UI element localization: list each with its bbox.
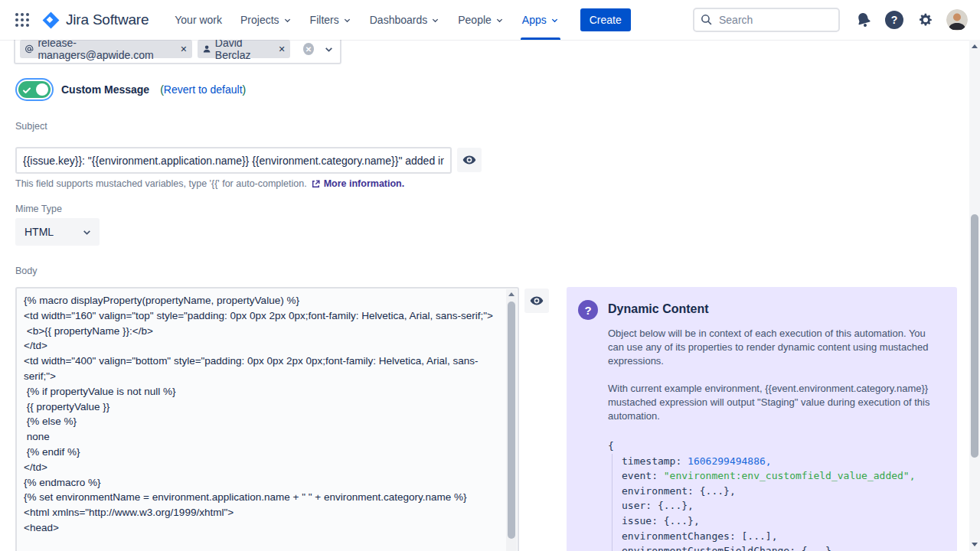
code-key: timestamp: [622,455,688,467]
recipient-tag-user: David Berclaz ✕ [198,40,290,58]
nav-item-filters[interactable]: Filters [301,0,361,40]
context-object-code: { timestamp: 1606299494886, event: "envi… [608,439,942,551]
bell-icon [853,9,874,30]
body-scrollbar-thumb[interactable] [508,302,515,539]
nav-item-dashboards[interactable]: Dashboards [361,0,449,40]
gear-icon [916,11,933,28]
active-tab-indicator [521,37,560,40]
create-button[interactable]: Create [580,8,631,31]
search-icon [700,13,713,29]
help-circle-icon: ? [578,300,598,320]
scroll-up-arrow-icon[interactable] [972,44,978,48]
grid-icon [15,12,30,28]
more-info-label: More information. [324,178,405,189]
custom-message-row: Custom Message (Revert to default) [18,81,246,98]
body-editor-scrollbar[interactable] [506,289,517,551]
subject-preview-button[interactable] [457,148,482,172]
help-button[interactable]: ? [885,11,903,29]
code-key: environmentChanges: [622,530,742,542]
body-editor[interactable]: {% macro displayProperty(propertyName, p… [15,287,519,551]
question-mark-icon: ? [885,11,903,29]
profile-button[interactable] [946,9,968,31]
code-value: {...}, [658,500,694,511]
recipient-tag-label: David Berclaz [215,37,273,61]
dynamic-content-panel: ? Dynamic Content Object below will be i… [567,287,957,551]
page-scrollbar-thumb[interactable] [971,214,978,458]
main-menu: Your work Projects Filters Dashboards Pe… [165,0,567,40]
nav-item-apps[interactable]: Apps [513,0,568,40]
remove-tag-button[interactable]: ✕ [278,45,285,54]
form-content: release-managers@apwide.com ✕ David Berc… [0,40,969,551]
at-icon [24,44,34,54]
toggle-knob [36,83,48,96]
code-line-timestamp: timestamp: 1606299494886, [622,454,942,469]
subject-input[interactable] [15,147,452,174]
jira-logo[interactable]: Jira Software [41,11,149,30]
panel-header: ? Dynamic Content [578,300,942,320]
eye-icon [462,152,477,168]
chevron-down-icon [431,16,439,24]
page-scrollbar[interactable] [969,40,980,551]
revert-to-default: (Revert to default) [160,83,246,96]
chevron-down-icon [82,227,92,237]
body-editor-content[interactable]: {% macro displayProperty(propertyName, p… [17,289,505,551]
mime-type-label: Mime Type [15,204,62,214]
person-icon [202,44,211,54]
top-navigation: Jira Software Your work Projects Filters… [0,0,980,40]
panel-paragraph-1: Object below will be in context of each … [608,327,939,368]
revert-to-default-link[interactable]: Revert to default [164,83,243,96]
notifications-button[interactable] [855,11,872,28]
jira-diamond-icon [41,11,60,30]
code-value: "environment:env_customfield_value_added… [664,470,916,481]
nav-item-your-work[interactable]: Your work [165,0,231,40]
code-value: 1606299494886, [688,455,772,467]
check-icon [22,84,31,98]
nav-item-people[interactable]: People [449,0,513,40]
nav-item-label: Your work [175,14,222,26]
search-box [693,8,840,32]
more-information-link[interactable]: More information. [311,178,405,189]
nav-item-label: People [458,14,492,26]
panel-paragraph-2: With current example environment, {{even… [608,382,939,423]
code-line-event: event: "environment:env_customfield_valu… [622,468,942,484]
code-lines: timestamp: 1606299494886, event: "enviro… [612,454,942,551]
scroll-up-arrow-icon[interactable] [508,292,514,296]
code-line-environment-changes: environmentChanges: [...], [622,529,942,544]
subject-helper-text: This field supports mustached variables,… [15,178,404,189]
custom-message-toggle[interactable] [18,81,51,98]
settings-button[interactable] [916,11,933,28]
code-line-custom-field-change: environmentCustomFieldChange: {...} [622,543,942,551]
paren-close: ) [243,83,247,96]
nav-item-label: Dashboards [370,14,428,26]
chevron-down-icon [550,16,559,24]
search-input[interactable] [693,8,840,32]
eye-icon [529,293,544,308]
chevron-down-icon [324,44,334,54]
code-value: [...], [742,530,778,542]
external-link-icon [311,179,321,189]
app-switcher-icon[interactable] [12,10,32,30]
subject-label: Subject [15,121,47,132]
clear-all-button[interactable]: ✕ [303,43,314,55]
nav-item-label: Apps [522,14,547,26]
body-preview-button[interactable] [524,289,549,313]
recipient-tag-email: release-managers@apwide.com ✕ [20,40,192,58]
recipients-dropdown-chevron[interactable] [324,44,334,54]
mime-type-select[interactable]: HTML [15,218,100,246]
recipient-tag-label: release-managers@apwide.com [38,37,175,61]
code-key: user: [622,500,658,511]
nav-item-label: Filters [310,14,339,26]
code-value: {...}, [664,515,700,527]
code-open-brace: { [608,439,942,454]
logo-text: Jira Software [66,11,149,28]
code-line-environment: environment: {...}, [622,484,942,499]
code-key: environmentCustomFieldChange: [622,545,802,551]
scroll-down-arrow-icon[interactable] [972,543,978,546]
code-line-user: user: {...}, [622,498,942,514]
panel-title: Dynamic Content [608,302,709,320]
avatar [946,9,968,31]
remove-tag-button[interactable]: ✕ [180,45,187,54]
nav-item-projects[interactable]: Projects [231,0,301,40]
panel-body: Object below will be in context of each … [608,327,942,551]
nav-item-label: Projects [240,14,279,26]
